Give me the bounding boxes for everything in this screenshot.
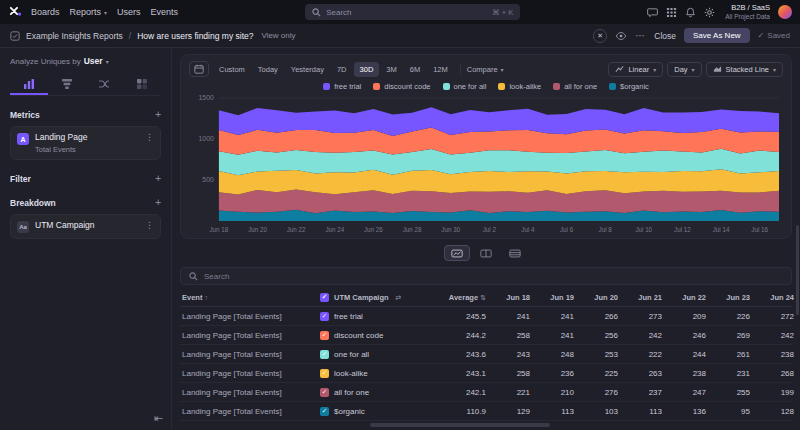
select-all-checkbox[interactable]: ✓ bbox=[320, 293, 329, 302]
value-cell: 273 bbox=[618, 312, 662, 321]
table-row[interactable]: Landing Page [Total Events]✓one for all2… bbox=[180, 345, 792, 364]
column-header-average[interactable]: Average⇅ bbox=[432, 293, 486, 302]
series-checkbox[interactable]: ✓ bbox=[320, 331, 329, 340]
add-filter-button[interactable]: + bbox=[155, 173, 161, 184]
stacked-area-chart[interactable]: 50010001500Jun 18Jun 20Jun 22Jun 24Jun 2… bbox=[189, 92, 783, 236]
add-metric-button[interactable]: + bbox=[155, 109, 161, 120]
horizontal-scrollbar[interactable] bbox=[370, 423, 550, 427]
svg-text:Jun 28: Jun 28 bbox=[403, 226, 422, 233]
tab-flows[interactable] bbox=[86, 74, 124, 95]
column-header-utm[interactable]: ✓ UTM Campaign ⇄ bbox=[320, 293, 432, 302]
tab-funnels[interactable] bbox=[48, 74, 86, 95]
collapse-sidebar-icon[interactable]: ⇤ bbox=[154, 413, 163, 424]
table-view-toggle[interactable] bbox=[502, 245, 528, 261]
calendar-icon[interactable] bbox=[189, 61, 209, 77]
legend-item[interactable]: all for one bbox=[553, 82, 597, 91]
table-search-input[interactable] bbox=[204, 272, 404, 281]
value-cell: 244 bbox=[662, 350, 706, 359]
check-icon: ✓ bbox=[758, 31, 765, 40]
value-cell: 226 bbox=[706, 312, 750, 321]
series-checkbox[interactable]: ✓ bbox=[320, 369, 329, 378]
legend-item[interactable]: $organic bbox=[609, 82, 649, 91]
series-checkbox[interactable]: ✓ bbox=[320, 388, 329, 397]
gear-icon[interactable] bbox=[704, 7, 715, 18]
value-cell: 199 bbox=[750, 388, 794, 397]
breadcrumb[interactable]: Example Insights Reports bbox=[26, 31, 123, 41]
legend-item[interactable]: one for all bbox=[443, 82, 487, 91]
range-yesterday[interactable]: Yesterday bbox=[285, 62, 330, 77]
table-row[interactable]: Landing Page [Total Events]✓free trial24… bbox=[180, 307, 792, 326]
range-30d[interactable]: 30D bbox=[354, 62, 380, 77]
range-today[interactable]: Today bbox=[252, 62, 284, 77]
chart-view-toggle[interactable] bbox=[444, 245, 470, 261]
eye-icon[interactable] bbox=[615, 30, 627, 42]
series-checkbox[interactable]: ✓ bbox=[320, 350, 329, 359]
column-header-date[interactable]: Jun 24 bbox=[750, 293, 794, 302]
split-view-toggle[interactable] bbox=[473, 245, 499, 261]
legend-item[interactable]: discount code bbox=[373, 82, 430, 91]
bell-icon[interactable] bbox=[685, 7, 696, 18]
breakdown-item[interactable]: Aa UTM Campaign ⋮ bbox=[10, 214, 161, 239]
series-cell: ✓$organic bbox=[320, 407, 432, 416]
nav-item-reports[interactable]: Reports▾ bbox=[70, 7, 108, 17]
kebab-menu-icon[interactable]: ⋮ bbox=[145, 132, 154, 142]
column-header-event[interactable]: Event↑ bbox=[180, 293, 320, 302]
column-header-date[interactable]: Jun 19 bbox=[530, 293, 574, 302]
tab-retention[interactable] bbox=[123, 74, 161, 95]
top-nav: BoardsReports▾UsersEvents Search ⌘ + K B… bbox=[0, 0, 800, 24]
add-breakdown-button[interactable]: + bbox=[155, 197, 161, 208]
creator-avatar[interactable]: ✕ bbox=[593, 29, 607, 43]
apps-grid-icon[interactable] bbox=[666, 7, 677, 18]
column-header-date[interactable]: Jun 18 bbox=[486, 293, 530, 302]
column-header-date[interactable]: Jun 22 bbox=[662, 293, 706, 302]
range-12m[interactable]: 12M bbox=[427, 62, 454, 77]
range-7d[interactable]: 7D bbox=[331, 62, 353, 77]
range-custom[interactable]: Custom bbox=[213, 62, 251, 77]
svg-text:Jun 24: Jun 24 bbox=[325, 226, 344, 233]
series-cell: ✓one for all bbox=[320, 350, 432, 359]
range-3m[interactable]: 3M bbox=[380, 62, 402, 77]
column-header-date[interactable]: Jun 20 bbox=[574, 293, 618, 302]
metric-item[interactable]: A Landing Page Total Events ⋮ bbox=[10, 126, 161, 160]
project-name: B2B / SaaS bbox=[725, 4, 770, 13]
user-avatar[interactable] bbox=[778, 5, 792, 19]
chart-type-dropdown[interactable]: Stacked Line ▾ bbox=[706, 62, 783, 77]
table-row[interactable]: Landing Page [Total Events]✓look-alike24… bbox=[180, 364, 792, 383]
metric-subtitle[interactable]: Total Events bbox=[35, 145, 87, 154]
value-scale-dropdown[interactable]: Linear ▾ bbox=[608, 62, 663, 77]
granularity-dropdown[interactable]: Day ▾ bbox=[667, 62, 701, 77]
feedback-icon[interactable] bbox=[647, 7, 658, 18]
value-cell: 246 bbox=[662, 331, 706, 340]
save-as-new-button[interactable]: Save As New bbox=[684, 28, 750, 43]
vertical-scrollbar[interactable] bbox=[796, 225, 799, 315]
mixpanel-logo[interactable] bbox=[8, 5, 22, 19]
table-row[interactable]: Landing Page [Total Events]✓discount cod… bbox=[180, 326, 792, 345]
column-header-date[interactable]: Jun 21 bbox=[618, 293, 662, 302]
tab-insights[interactable] bbox=[10, 74, 48, 95]
range-6m[interactable]: 6M bbox=[404, 62, 426, 77]
legend-item[interactable]: free trial bbox=[323, 82, 361, 91]
table-search[interactable] bbox=[180, 267, 792, 285]
table-row[interactable]: Landing Page [Total Events]✓$organic110.… bbox=[180, 402, 792, 421]
value-cell: 95 bbox=[706, 407, 750, 416]
kebab-menu-icon[interactable]: ⋮ bbox=[145, 220, 154, 230]
compare-dropdown[interactable]: Compare ▾ bbox=[467, 65, 504, 74]
column-header-date[interactable]: Jun 23 bbox=[706, 293, 750, 302]
series-checkbox[interactable]: ✓ bbox=[320, 407, 329, 416]
close-button[interactable]: Close bbox=[654, 31, 676, 41]
more-menu-icon[interactable]: ⋯ bbox=[635, 30, 646, 41]
series-checkbox[interactable]: ✓ bbox=[320, 312, 329, 321]
event-cell: Landing Page [Total Events] bbox=[180, 350, 320, 359]
project-switcher[interactable]: B2B / SaaS All Project Data bbox=[725, 4, 770, 20]
nav-item-boards[interactable]: Boards bbox=[31, 7, 60, 17]
table-row[interactable]: Landing Page [Total Events]✓all for one2… bbox=[180, 383, 792, 402]
svg-text:Jun 30: Jun 30 bbox=[441, 226, 460, 233]
global-search[interactable]: Search ⌘ + K bbox=[305, 4, 520, 20]
value-cell: 221 bbox=[486, 388, 530, 397]
nav-item-users[interactable]: Users bbox=[117, 7, 141, 17]
nav-item-events[interactable]: Events bbox=[151, 7, 179, 17]
legend-item[interactable]: look-alike bbox=[498, 82, 541, 91]
value-cell: 258 bbox=[486, 331, 530, 340]
legend-swatch bbox=[373, 83, 380, 90]
analyze-uniques-dropdown[interactable]: Analyze Uniques by User ▾ bbox=[10, 56, 161, 66]
